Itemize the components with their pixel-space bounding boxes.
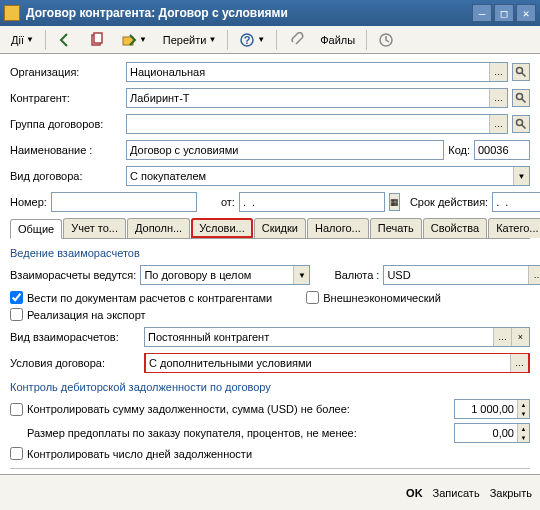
chk-export[interactable] [10,308,23,321]
attach-button[interactable] [281,29,311,51]
select-button[interactable]: … [489,89,507,107]
currency-field[interactable]: … [383,265,540,285]
select-button[interactable]: … [493,328,511,346]
select-button[interactable]: … [528,266,540,284]
tab-discounts[interactable]: Скидки [254,218,306,238]
minimize-button[interactable]: — [472,4,492,22]
select-button[interactable]: … [510,354,528,372]
chevron-down-icon[interactable]: ▼ [513,167,529,185]
settle-type-field[interactable]: … × [144,327,530,347]
contract-type-label: Вид договора: [10,170,122,182]
number-field[interactable] [51,192,197,212]
close-form-button[interactable]: Закрыть [490,487,532,499]
tab-categories[interactable]: Катего... [488,218,540,238]
chk-docs-label: Вести по документам расчетов с контраген… [27,292,272,304]
select-button[interactable]: … [489,63,507,81]
tab-properties[interactable]: Свойства [423,218,487,238]
chk-debt-days-label: Контролировать число дней задолженности [27,448,252,460]
window-title: Договор контрагента: Договор с условиями [26,6,470,20]
code-field[interactable] [474,140,530,160]
settlements-section: Ведение взаиморасчетов [10,247,530,259]
navigate-menu[interactable]: Перейти▼ [156,29,224,51]
lookup-icon[interactable] [512,115,530,133]
maximize-button[interactable]: □ [494,4,514,22]
svg-text:?: ? [244,34,251,46]
tab-goods[interactable]: Учет то... [63,218,126,238]
counterparty-field[interactable]: … [126,88,508,108]
tab-tax[interactable]: Налого... [307,218,369,238]
select-button[interactable]: … [489,115,507,133]
settle-type-label: Вид взаиморасчетов: [10,331,140,343]
tab-bar: Общие Учет то... Дополн... Услови... Ски… [10,218,530,239]
lookup-icon[interactable] [512,89,530,107]
toolbar: Дії▼ ▼ Перейти▼ ?▼ Файлы [0,26,540,54]
tab-print[interactable]: Печать [370,218,422,238]
close-button[interactable]: ✕ [516,4,536,22]
contract-terms-label: Условия договора: [10,357,140,369]
copy-button[interactable] [82,29,112,51]
post-button[interactable]: ▼ [114,29,154,51]
history-button[interactable] [371,29,401,51]
clear-button[interactable]: × [511,328,529,346]
svg-rect-1 [94,33,102,43]
help-button[interactable]: ?▼ [232,29,272,51]
ok-button[interactable]: OK [406,487,423,499]
tab-additional[interactable]: Дополн... [127,218,190,238]
prepay-pct-label: Размер предоплаты по заказу покупателя, … [27,427,450,439]
svg-point-8 [517,120,523,126]
from-date-field[interactable] [239,192,385,212]
spin-down[interactable]: ▼ [517,409,529,418]
tab-general[interactable]: Общие [10,219,62,239]
app-icon [4,5,20,21]
organization-label: Организация: [10,66,122,78]
spin-up[interactable]: ▲ [517,400,529,409]
svg-point-6 [517,68,523,74]
organization-field[interactable]: … [126,62,508,82]
chk-docs[interactable] [10,291,23,304]
spin-down[interactable]: ▼ [517,433,529,442]
back-button[interactable] [50,29,80,51]
chk-debt-sum-label: Контролировать сумму задолженности, сумм… [27,403,450,415]
name-label: Наименование : [10,144,122,156]
contract-group-field[interactable]: … [126,114,508,134]
contract-group-label: Группа договоров: [10,118,122,130]
lookup-icon[interactable] [512,63,530,81]
number-label: Номер: [10,196,47,208]
valid-until-field[interactable] [492,192,540,212]
contract-type-dropdown[interactable]: С покупателем ▼ [126,166,530,186]
chk-foreign-label: Внешнеэкономический [323,292,441,304]
chk-debt-days[interactable] [10,447,23,460]
code-label: Код: [448,144,470,156]
prepay-pct-field[interactable]: ▲▼ [454,423,530,443]
actions-menu[interactable]: Дії▼ [4,29,41,51]
chk-export-label: Реализация на экспорт [27,309,146,321]
spin-up[interactable]: ▲ [517,424,529,433]
from-label: от: [221,196,235,208]
contract-terms-field[interactable]: … [144,353,530,373]
currency-label: Валюта : [334,269,379,281]
settle-by-label: Взаиморасчеты ведутся: [10,269,136,281]
debt-sum-field[interactable]: ▲▼ [454,399,530,419]
valid-until-label: Срок действия: [410,196,488,208]
files-menu[interactable]: Файлы [313,29,362,51]
calendar-icon[interactable]: ▦ [389,193,400,211]
name-field[interactable] [126,140,444,160]
svg-point-7 [517,94,523,100]
save-button[interactable]: Записать [433,487,480,499]
settle-by-dropdown[interactable]: По договору в целом ▼ [140,265,310,285]
chk-debt-sum[interactable] [10,403,23,416]
chevron-down-icon[interactable]: ▼ [293,266,309,284]
debt-section: Контроль дебиторской задолженности по до… [10,381,530,393]
counterparty-label: Контрагент: [10,92,122,104]
chk-foreign[interactable] [306,291,319,304]
tab-conditions[interactable]: Услови... [191,218,253,238]
